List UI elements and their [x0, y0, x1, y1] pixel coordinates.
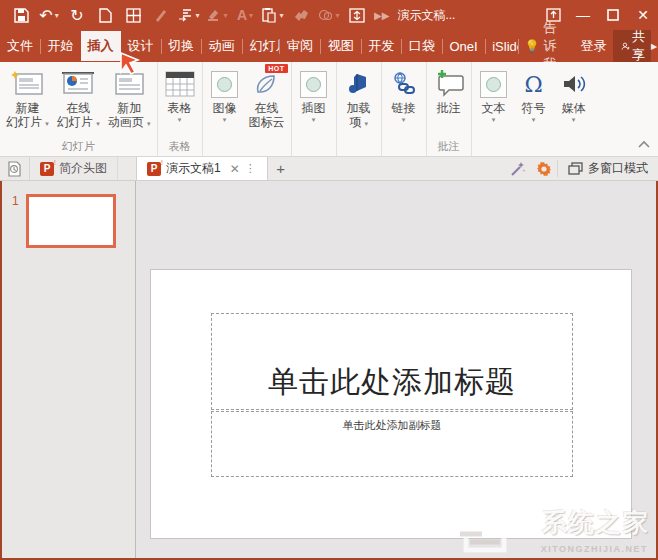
menubar: 文件 开始 插入 设计 切换 动画 幻灯片 审阅 视图 开发 口袋 OneI i…	[0, 30, 658, 62]
presentation-file-icon: P!	[147, 162, 161, 176]
share-button[interactable]: 共享	[613, 30, 650, 62]
tab-pocket[interactable]: 口袋	[402, 31, 442, 61]
media-button[interactable]: 媒体 ▾	[554, 65, 594, 139]
ribbon-group-links: 链接 ▾	[382, 62, 427, 156]
link-button[interactable]: 链接 ▾	[384, 65, 424, 139]
recent-documents-icon[interactable]	[0, 157, 30, 180]
slide-thumbnail-panel[interactable]: 1	[2, 181, 136, 558]
font-color-icon[interactable]: A▾	[232, 3, 258, 27]
tab-home[interactable]: 开始	[41, 31, 81, 61]
redo-button[interactable]: ↻	[64, 3, 90, 27]
group-label-slides: 幻灯片	[2, 139, 155, 156]
tab-view[interactable]: 视图	[321, 31, 361, 61]
illustration-button[interactable]: 插图 ▾	[294, 65, 334, 139]
tab-animation[interactable]: 动画	[202, 31, 242, 61]
presentation-file-icon: P!	[40, 162, 54, 176]
multi-window-mode-button[interactable]: 多窗口模式	[557, 160, 658, 177]
ribbon-group-images: 图像 ▾ HOT 在线 图标云	[203, 62, 292, 156]
online-slide-button[interactable]: 在线 幻灯片 ▾	[53, 65, 104, 139]
table-button[interactable]: 表格 ▾	[160, 65, 200, 139]
tab-file[interactable]: 文件	[0, 31, 40, 61]
chevron-right-icon[interactable]: ▶	[651, 42, 658, 51]
document-tab-bar: P! 简介头图 P! 演示文稿1 ✕ ⋮ + 多窗口模式	[0, 157, 658, 181]
subtitle-placeholder-text: 单击此处添加副标题	[343, 418, 442, 476]
collapse-ribbon-icon[interactable]	[638, 134, 650, 152]
comment-plus-icon	[433, 67, 465, 101]
undo-button[interactable]: ↶▾	[36, 3, 62, 27]
tab-design[interactable]: 设计	[121, 31, 161, 61]
highlight-color-icon[interactable]: ▾	[204, 3, 230, 27]
tab-islide[interactable]: iSlide	[485, 33, 518, 60]
save-icon[interactable]	[8, 3, 34, 27]
maximize-button[interactable]	[598, 1, 628, 29]
paste-icon[interactable]: ▾	[260, 3, 286, 27]
quick-access-more-icon[interactable]: ▶▶	[374, 10, 389, 21]
tab-insert[interactable]: 插入	[81, 31, 121, 61]
grid-view-icon[interactable]	[120, 3, 146, 27]
addons-button[interactable]: 加载 项 ▾	[339, 65, 379, 139]
new-tab-button[interactable]: +	[268, 157, 294, 180]
share-label: 共享	[632, 30, 647, 62]
speaker-icon	[561, 67, 587, 101]
text-icon	[480, 67, 507, 101]
brush-marks-icon[interactable]	[288, 3, 314, 27]
dropdown-icon: ▾	[223, 115, 227, 124]
document-tab-intro[interactable]: P! 简介头图	[30, 157, 118, 180]
dropdown-icon: ▾	[572, 115, 576, 124]
ribbon-group-addons: 加载 项 ▾	[337, 62, 382, 156]
illustration-icon	[300, 67, 327, 101]
dropdown-icon: ▾	[364, 120, 368, 127]
document-tab-label: 简介头图	[59, 160, 107, 177]
dropdown-icon: ▾	[178, 115, 182, 124]
cascade-windows-icon	[568, 162, 583, 175]
tab-transition[interactable]: 切换	[161, 31, 201, 61]
comment-button[interactable]: 批注	[429, 65, 469, 139]
online-slide-icon	[60, 67, 96, 101]
tab-options-icon[interactable]: ⋮	[245, 162, 257, 175]
shapes-icon[interactable]: ▾	[316, 3, 342, 27]
hot-badge: HOT	[265, 64, 287, 73]
ribbon-group-text: 文本 ▾ Ω 符号 ▾ 媒体 ▾	[472, 62, 596, 156]
tab-developer[interactable]: 开发	[361, 31, 401, 61]
online-icon-cloud-button[interactable]: HOT 在线 图标云	[245, 65, 289, 139]
image-button[interactable]: 图像 ▾	[205, 65, 245, 139]
addons-icon	[345, 67, 373, 101]
close-button[interactable]: ✕	[628, 1, 658, 29]
slide-canvas[interactable]: 单击此处添加标题 单击此处添加副标题	[150, 269, 632, 539]
new-slide-button[interactable]: 新建 幻灯片 ▾	[2, 65, 53, 139]
ribbon: 新建 幻灯片 ▾ 在线 幻灯片 ▾ 新加 动画页 ▾	[0, 62, 658, 157]
title-placeholder[interactable]: 单击此处添加标题	[211, 313, 573, 410]
new-animation-page-button[interactable]: 新加 动画页 ▾	[104, 65, 155, 139]
link-icon	[390, 67, 418, 101]
settings-gear-icon[interactable]	[531, 157, 557, 181]
lightbulb-icon: 💡	[525, 39, 540, 53]
slide-thumbnail[interactable]	[26, 194, 116, 248]
group-label-comments: 批注	[429, 139, 469, 156]
document-tab-current[interactable]: P! 演示文稿1 ✕ ⋮	[136, 157, 268, 180]
symbol-button[interactable]: Ω 符号 ▾	[514, 65, 554, 139]
document-tab-label: 演示文稿1	[166, 160, 221, 177]
login-button[interactable]: 登录	[573, 31, 613, 61]
tab-review[interactable]: 审阅	[280, 31, 320, 61]
dropdown-icon: ▾	[45, 120, 49, 127]
new-document-icon[interactable]	[92, 3, 118, 27]
table-icon	[165, 67, 195, 101]
fit-window-icon[interactable]	[344, 3, 370, 27]
tab-bar-tools: 多窗口模式	[505, 157, 658, 180]
close-tab-icon[interactable]: ✕	[230, 162, 240, 176]
indent-icon[interactable]: ▾	[176, 3, 202, 27]
multi-window-label: 多窗口模式	[588, 160, 648, 177]
quick-access-toolbar: ↶▾ ↻ ▾ ▾ A▾ ▾	[0, 3, 391, 27]
dropdown-icon: ▾	[96, 120, 100, 127]
editor-canvas: 单击此处添加标题 单击此处添加副标题	[137, 181, 656, 558]
group-label-table: 表格	[160, 139, 200, 156]
tab-slideshow[interactable]: 幻灯片	[242, 31, 279, 61]
text-button[interactable]: 文本 ▾	[474, 65, 514, 139]
format-painter-icon[interactable]	[148, 3, 174, 27]
dropdown-icon: ▾	[312, 115, 316, 124]
magic-wand-icon[interactable]	[505, 157, 531, 181]
tab-onei[interactable]: OneI	[442, 33, 484, 60]
subtitle-placeholder[interactable]: 单击此处添加副标题	[211, 411, 573, 477]
ribbon-group-illustrations: 插图 ▾	[292, 62, 337, 156]
dropdown-icon: ▾	[532, 115, 536, 124]
